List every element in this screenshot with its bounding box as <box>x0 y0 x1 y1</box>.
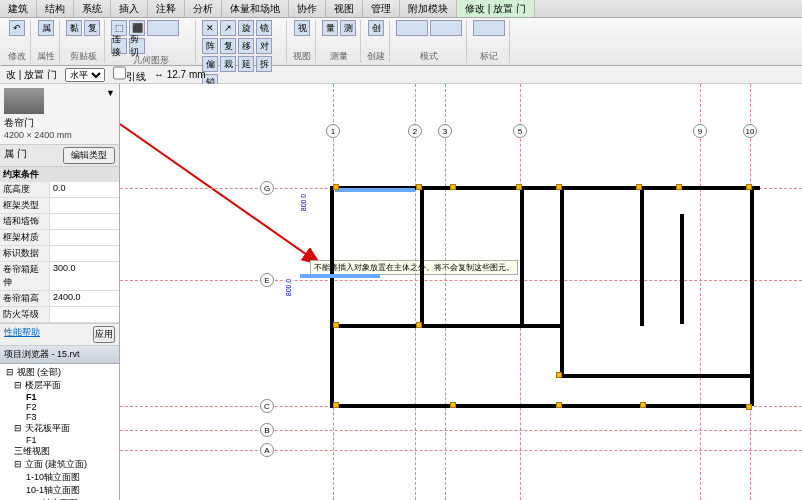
wall-join-marker <box>416 184 422 190</box>
grid-bubble: B <box>260 423 274 437</box>
opt-leader-offset: ↔ 12.7 mm <box>154 69 206 80</box>
tab-3[interactable]: 插入 <box>111 0 148 17</box>
ribbon-拆[interactable]: 拆 <box>256 56 272 72</box>
edit-type-button[interactable]: 编辑类型 <box>63 147 115 164</box>
tab-9[interactable]: 管理 <box>363 0 400 17</box>
constraints-header: 约束条件 <box>0 167 119 182</box>
prop-row: 防火等级 <box>0 307 119 323</box>
wall-join-marker <box>556 372 562 378</box>
wall <box>560 186 564 376</box>
ribbon-剪切[interactable]: 剪切 <box>129 38 145 54</box>
ribbon-连接[interactable]: 连接 <box>111 38 127 54</box>
grid-line-h <box>120 280 802 281</box>
tree-item[interactable]: 1-10轴立面图 <box>2 471 117 484</box>
tab-7[interactable]: 协作 <box>289 0 326 17</box>
type-selector[interactable]: 卷帘门 4200 × 2400 mm ▼ <box>0 84 119 145</box>
tab-10[interactable]: 附加模块 <box>400 0 457 17</box>
ribbon-移[interactable]: 移 <box>238 38 254 54</box>
wall-join-marker <box>746 404 752 410</box>
ribbon-量[interactable]: 量 <box>322 20 338 36</box>
placement-tooltip: 不能将插入对象放置在主体之外。将不会复制这些图元。 <box>310 260 518 275</box>
prop-row: 底高度 <box>0 182 119 198</box>
tab-0[interactable]: 建筑 <box>0 0 37 17</box>
tab-6[interactable]: 体量和场地 <box>222 0 289 17</box>
tree-item[interactable]: 三维视图 <box>2 445 117 458</box>
ribbon-在放置时进行标记[interactable] <box>473 20 505 36</box>
wall-join-marker <box>746 184 752 190</box>
project-browser-tree[interactable]: ⊟ 视图 (全部)⊟ 楼层平面F1F2F3⊟ 天花板平面F1三维视图⊟ 立面 (… <box>0 364 119 500</box>
tab-8[interactable]: 视图 <box>326 0 363 17</box>
opt-mode[interactable]: 水平 <box>65 68 105 82</box>
ribbon-属[interactable]: 属 <box>38 20 54 36</box>
wall-join-marker <box>676 184 682 190</box>
ribbon-复[interactable]: 复 <box>220 38 236 54</box>
ribbon-载入族[interactable] <box>396 20 428 36</box>
apply-button[interactable]: 应用 <box>93 326 115 343</box>
wall <box>330 404 750 408</box>
wall-join-marker <box>416 322 422 328</box>
prop-row: 卷帘箱高2400.0 <box>0 291 119 307</box>
grid-line-v <box>445 84 446 500</box>
prop-row: 框架材质 <box>0 230 119 246</box>
wall-join-marker <box>556 402 562 408</box>
ribbon-视[interactable]: 视 <box>294 20 310 36</box>
tab-11[interactable]: 修改 | 放置 门 <box>457 0 535 17</box>
tree-item[interactable]: F3 <box>2 412 117 422</box>
tree-item[interactable]: ⊟ 立面 (建筑立面) <box>2 458 117 471</box>
wall-join-marker <box>640 402 646 408</box>
tree-item[interactable]: ⊟ 视图 (全部) <box>2 366 117 379</box>
ribbon-延[interactable]: 延 <box>238 56 254 72</box>
tree-item[interactable]: ⊟ 楼层平面 <box>2 379 117 392</box>
chevron-down-icon: ▼ <box>106 88 115 98</box>
ribbon-创[interactable]: 创 <box>368 20 384 36</box>
tree-item[interactable]: ⊟ 天花板平面 <box>2 422 117 435</box>
grid-line-v <box>415 84 416 500</box>
prop-row: 墙和墙饰 <box>0 214 119 230</box>
project-browser-title: 项目浏览器 - 15.rvt <box>0 346 119 364</box>
ribbon-黏[interactable]: 黏 <box>66 20 82 36</box>
ribbon-裁[interactable]: 裁 <box>220 56 236 72</box>
ribbon-旋[interactable]: 旋 <box>238 20 254 36</box>
tab-4[interactable]: 注释 <box>148 0 185 17</box>
ribbon-测[interactable]: 测 <box>340 20 356 36</box>
grid-bubble: A <box>260 443 274 457</box>
wall <box>330 324 420 328</box>
ribbon-对[interactable]: 对 <box>256 38 272 54</box>
tree-item[interactable]: 10-1轴立面图 <box>2 484 117 497</box>
wall <box>330 324 334 404</box>
grid-bubble: G <box>260 181 274 195</box>
wall-join-marker <box>516 184 522 190</box>
grid-line-h <box>120 450 802 451</box>
ribbon-↗[interactable]: ↗ <box>220 20 236 36</box>
prop-input[interactable] <box>53 183 116 193</box>
tree-item[interactable]: F1 <box>2 392 117 402</box>
type-preview-icon <box>4 88 44 114</box>
tab-5[interactable]: 分析 <box>185 0 222 17</box>
prop-row: 框架类型 <box>0 198 119 214</box>
tree-item[interactable]: F1 <box>2 435 117 445</box>
prop-header-row: 属 门 编辑类型 <box>0 145 119 167</box>
help-link[interactable]: 性能帮助 <box>4 326 40 343</box>
tab-2[interactable]: 系统 <box>74 0 111 17</box>
ribbon-连接端切割[interactable] <box>147 20 179 36</box>
ribbon-阵[interactable]: 阵 <box>202 38 218 54</box>
ribbon-镜[interactable]: 镜 <box>256 20 272 36</box>
drawing-canvas[interactable]: 不能将插入对象放置在主体之外。将不会复制这些图元。 1235910GECBA80… <box>120 84 802 500</box>
prop-header: 属 门 <box>4 147 27 164</box>
wall-join-marker <box>450 184 456 190</box>
temp-dimension: 800.0 <box>285 279 292 297</box>
opt-leader-check[interactable]: 引线 <box>113 66 146 84</box>
grid-bubble: E <box>260 273 274 287</box>
prop-row: 标识数据 <box>0 246 119 262</box>
ribbon-内建模型[interactable] <box>430 20 462 36</box>
tab-1[interactable]: 结构 <box>37 0 74 17</box>
tree-item[interactable]: F2 <box>2 402 117 412</box>
ribbon-↶[interactable]: ↶ <box>9 20 25 36</box>
grid-bubble: 2 <box>408 124 422 138</box>
placing-door[interactable] <box>300 274 380 278</box>
properties-grid: 约束条件 底高度框架类型墙和墙饰框架材质标识数据卷帘箱延伸300.0卷帘箱高24… <box>0 167 119 323</box>
placing-door[interactable] <box>335 188 415 192</box>
ribbon-✕[interactable]: ✕ <box>202 20 218 36</box>
opt-label: 改 | 放置 门 <box>6 68 57 82</box>
ribbon-复[interactable]: 复 <box>84 20 100 36</box>
